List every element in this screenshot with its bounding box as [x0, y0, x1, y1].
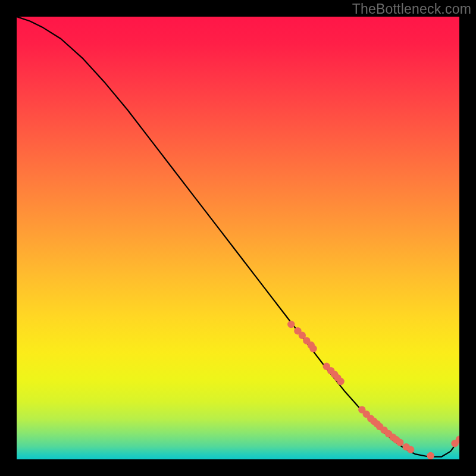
- scatter-dot: [427, 452, 434, 459]
- curve-line: [17, 17, 459, 457]
- chart-overlay: [17, 17, 459, 459]
- scatter-dots: [287, 321, 459, 459]
- scatter-dot: [407, 446, 414, 453]
- scatter-dot: [396, 439, 403, 446]
- watermark-text: TheBottleneck.com: [352, 1, 471, 17]
- scatter-dot: [337, 378, 344, 385]
- scatter-dot: [287, 321, 295, 328]
- scatter-dot: [309, 345, 317, 352]
- chart-frame: TheBottleneck.com: [0, 0, 476, 476]
- plot-area: [17, 17, 459, 459]
